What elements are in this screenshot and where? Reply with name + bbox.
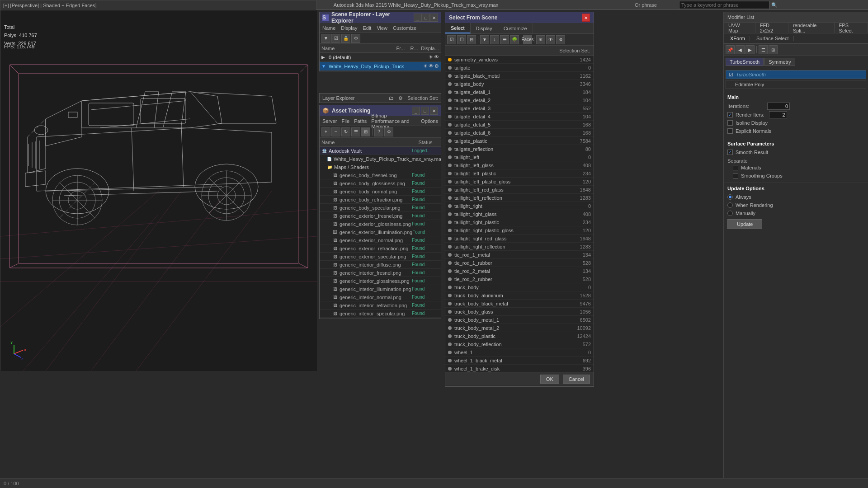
settings-asset-btn[interactable]: ⚙ (384, 127, 393, 136)
mod-tab-fps[interactable]: FPS Select (835, 23, 868, 33)
object-row[interactable]: tailgate_detail_5168 (445, 121, 594, 129)
deselect-btn[interactable]: ☐ (457, 35, 466, 44)
filter-by-btn[interactable]: ▼ (480, 35, 489, 44)
render-checkbox[interactable] (727, 112, 733, 117)
turbosmooth-modifier[interactable]: ☑ TurboSmooth (726, 70, 866, 79)
invert-select-btn[interactable]: ⊟ (467, 35, 476, 44)
object-row[interactable]: tailgate_body3346 (445, 80, 594, 88)
asset-row[interactable]: 🖼generic_exterior_illumination.pngFound (320, 228, 441, 236)
object-row[interactable]: truck_body_glass1056 (445, 308, 594, 316)
object-row[interactable]: tailgate_black_metal1162 (445, 72, 594, 80)
object-row[interactable]: taillight_right_glass408 (445, 210, 594, 218)
close-asset-btn[interactable]: ✕ (430, 107, 438, 115)
ok-btn[interactable]: OK (540, 375, 559, 384)
asset-row[interactable]: 🖼generic_body_normal.pngFound (320, 188, 441, 196)
asset-row[interactable]: 🏦Autodesk VaultLogged... (320, 147, 441, 155)
object-row[interactable]: taillight_left_plastic234 (445, 169, 594, 178)
asset-row[interactable]: 🖼generic_interior_illumination.pngFound (320, 285, 441, 293)
asset-row[interactable]: 🖼generic_body_glossiness.pngFound (320, 179, 441, 188)
editable-poly-item[interactable]: Editable Poly (726, 80, 866, 89)
menu-display[interactable]: Display (341, 25, 357, 31)
smoothing-groups-checkbox[interactable] (733, 173, 738, 178)
menu-server[interactable]: Server (322, 118, 337, 124)
object-row[interactable]: truck_body_plastic12424 (445, 332, 594, 340)
asset-row[interactable]: 🖼generic_exterior_glossiness.pngFound (320, 220, 441, 228)
menu-bitmap[interactable]: Bitmap Performance and Memory (371, 113, 416, 129)
isoline-checkbox[interactable] (727, 120, 733, 126)
object-row[interactable]: truck_body_reflection572 (445, 340, 594, 348)
object-row[interactable]: symmetry_windows1424 (445, 56, 594, 64)
lock-btn[interactable]: 🔒 (341, 34, 350, 43)
object-row[interactable]: taillight_left_plastic_gloss120 (445, 178, 594, 186)
object-row[interactable]: tailgate_detail_4104 (445, 113, 594, 121)
object-row[interactable]: tailgate_plastic7584 (445, 137, 594, 145)
search-input[interactable] (679, 1, 769, 9)
object-row[interactable]: wheel_10 (445, 348, 594, 357)
when-rendering-radio[interactable] (727, 202, 733, 208)
mod-tab-uvwmap[interactable]: UVW Map (724, 23, 755, 33)
object-row[interactable]: taillight_right_red_glass1948 (445, 235, 594, 243)
turbosmooth-tab-btn[interactable]: TurboSmooth (726, 58, 764, 66)
asset-row[interactable]: 🖼generic_exterior_specular.pngFound (320, 253, 441, 261)
help-asset-btn[interactable]: ? (374, 127, 383, 136)
asset-row[interactable]: 🖼generic_body_fresnel.pngFound (320, 171, 441, 179)
object-row[interactable]: truck_body0 (445, 283, 594, 291)
add-asset-btn[interactable]: + (321, 127, 330, 136)
freeze-btn[interactable]: ❄ (536, 35, 545, 44)
menu-name[interactable]: Name (322, 25, 335, 31)
mod-pin-btn[interactable]: 📌 (726, 45, 735, 54)
asset-row[interactable]: 🖼generic_interior_glossiness.pngFound (320, 277, 441, 285)
refresh-asset-btn[interactable]: ↻ (341, 127, 350, 136)
list-btn[interactable]: ☰ (500, 35, 509, 44)
asset-row[interactable]: 🖼generic_interior_fresnel.pngFound (320, 269, 441, 277)
menu-customize[interactable]: Customize (393, 25, 416, 31)
settings-btn[interactable]: ⚙ (351, 34, 360, 43)
smooth-result-checkbox[interactable] (727, 150, 733, 155)
sort-btn[interactable]: ↕ (490, 35, 499, 44)
menu-file[interactable]: File (341, 118, 349, 124)
list-view-btn[interactable]: ☰ (351, 127, 360, 136)
object-row[interactable]: taillight_left_reflection1283 (445, 194, 594, 202)
menu-view[interactable]: View (377, 25, 387, 31)
asset-row[interactable]: 📄White_Heavy_Duty_Pickup_Truck_max_vray.… (320, 155, 441, 163)
object-row[interactable]: taillight_right_plastic234 (445, 218, 594, 226)
filter-btn[interactable]: ▼ (321, 34, 330, 43)
select-all-btn[interactable]: ☑ (331, 34, 340, 43)
mod-tab-surface[interactable]: Surface Select (752, 36, 794, 41)
manually-radio[interactable] (727, 211, 733, 216)
mod-grid-btn[interactable]: ⊞ (769, 45, 778, 54)
object-row[interactable]: tie_rod_2_rubber528 (445, 275, 594, 283)
tab-select[interactable]: Select (445, 23, 471, 33)
object-row[interactable]: tailgate_detail_6168 (445, 129, 594, 137)
object-row[interactable]: truck_body_metal_210092 (445, 324, 594, 332)
object-row[interactable]: tailgate_reflection80 (445, 145, 594, 153)
mod-list-btn[interactable]: ☰ (759, 45, 768, 54)
tab-customize[interactable]: Customize (498, 23, 533, 33)
close-select-btn[interactable]: ✕ (582, 14, 590, 22)
remove-asset-btn[interactable]: − (331, 127, 340, 136)
close-scene-btn[interactable]: ✕ (430, 14, 438, 22)
mod-nav-fwd[interactable]: ▶ (745, 45, 755, 54)
object-row[interactable]: truck_body_metal_16502 (445, 316, 594, 324)
object-row[interactable]: tailgate_detail_2104 (445, 96, 594, 104)
mod-tab-xform[interactable]: XForm (726, 36, 750, 41)
object-row[interactable]: truck_body_aluminum1528 (445, 291, 594, 300)
object-row[interactable]: tailgate_detail_3552 (445, 104, 594, 113)
mod-tab-ffd[interactable]: FFD 2x2x2 (755, 23, 788, 33)
object-list[interactable]: symmetry_windows1424tailgate0tailgate_bl… (445, 56, 594, 372)
object-row[interactable]: tie_rod_1_metal134 (445, 251, 594, 259)
object-row[interactable]: truck_body_black_metal9476 (445, 300, 594, 308)
object-row[interactable]: tie_rod_1_rubber528 (445, 259, 594, 267)
object-row[interactable]: wheel_1_black_metal692 (445, 357, 594, 365)
object-row[interactable]: taillight_right_plastic_gloss120 (445, 226, 594, 235)
config-btn[interactable]: ⚙ (556, 35, 565, 44)
object-row[interactable]: tie_rod_2_metal134 (445, 267, 594, 275)
object-row[interactable]: tailgate0 (445, 64, 594, 72)
tab-display[interactable]: Display (471, 23, 498, 33)
minimize-scene-btn[interactable]: _ (414, 14, 422, 22)
select-all-objects-btn[interactable]: ☑ (447, 35, 456, 44)
asset-row[interactable]: 📁Maps / Shaders (320, 163, 441, 171)
layer-row-default[interactable]: ▶ 0 (default) ☀ 👁 (320, 53, 441, 62)
symmetry-tab-btn[interactable]: Symmetry (764, 58, 795, 66)
materials-checkbox[interactable] (733, 165, 738, 170)
